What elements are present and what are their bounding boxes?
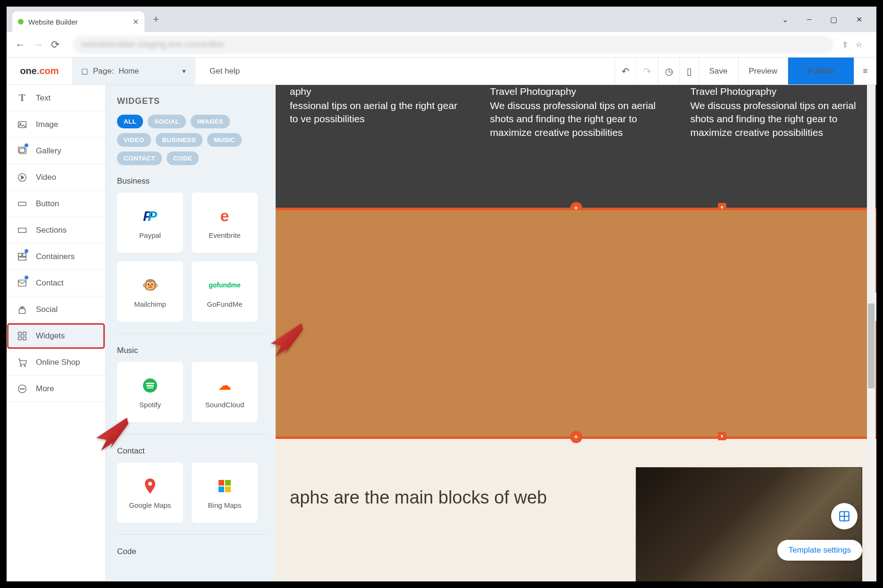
paypal-icon: PP	[143, 207, 157, 226]
rail-item-video[interactable]: Video	[7, 164, 105, 191]
rail-item-online-shop[interactable]: Online Shop	[7, 349, 105, 376]
page-selector[interactable]: ▢ Page: Home ▼	[73, 58, 195, 84]
widget-card-paypal[interactable]: PPPaypal	[117, 193, 183, 253]
rail-item-social[interactable]: Social	[7, 296, 105, 323]
filter-chip-contact[interactable]: CONTACT	[117, 151, 162, 165]
rail-label: Text	[36, 93, 50, 103]
rail-label: Image	[36, 120, 58, 129]
button-icon	[17, 199, 27, 209]
filter-chip-business[interactable]: BUSINESS	[156, 133, 202, 147]
rail-item-gallery[interactable]: Gallery	[7, 138, 105, 164]
url-text: websitebuilder-staging.one.com/editor	[81, 40, 224, 50]
card-label: Mailchimp	[134, 300, 166, 308]
hamburger-menu-icon[interactable]: ≡	[854, 58, 876, 84]
widget-card-mailchimp[interactable]: 🐵Mailchimp	[117, 261, 183, 322]
forward-arrow-icon[interactable]: →	[33, 39, 43, 51]
filter-chip-code[interactable]: CODE	[167, 151, 199, 165]
svg-rect-7	[18, 228, 26, 232]
rail-item-sections[interactable]: Sections	[7, 217, 105, 244]
reload-icon[interactable]: ⟳	[51, 39, 59, 51]
svg-rect-8	[18, 253, 22, 256]
history-icon[interactable]: ◷	[658, 58, 680, 84]
hero-image[interactable]	[636, 467, 862, 581]
filter-chip-video[interactable]: VIDEO	[117, 133, 151, 147]
app-frame: Website Builder ✕ + ⌄ – ▢ ✕ ← → ⟳ websit…	[7, 7, 876, 581]
panel-collapse-icon[interactable]: ‹	[875, 293, 876, 321]
shop-icon	[17, 357, 27, 368]
rail-item-widgets[interactable]: Widgets	[7, 323, 105, 349]
column-title: aphy	[290, 86, 462, 97]
widget-card-eventbrite[interactable]: eEventbrite	[192, 193, 258, 253]
spotify-icon	[143, 376, 157, 395]
browser-tab[interactable]: Website Builder ✕	[12, 11, 144, 32]
rail-label: Sections	[36, 226, 67, 235]
social-icon	[17, 304, 27, 315]
back-arrow-icon[interactable]: ←	[15, 39, 25, 51]
theme-fab-icon[interactable]	[831, 503, 858, 529]
dark-section: aphyfessional tips on aerial g the right…	[276, 85, 876, 208]
new-tab-button[interactable]: +	[153, 13, 159, 25]
save-button[interactable]: Save	[698, 58, 738, 84]
bookmark-star-icon[interactable]: ☆	[856, 40, 862, 49]
rail-item-contact[interactable]: Contact	[7, 270, 105, 296]
publish-button[interactable]: Publish	[788, 58, 854, 84]
share-icon[interactable]: ⇪	[842, 40, 848, 49]
card-label: Spotify	[139, 401, 161, 409]
window-chevron-icon[interactable]: ⌄	[782, 15, 788, 24]
add-section-icon[interactable]: +	[570, 431, 582, 443]
column-body: We discuss professional tips on aerial s…	[490, 99, 662, 139]
card-label: Bing Maps	[208, 501, 242, 509]
rail-item-button[interactable]: Button	[7, 191, 105, 217]
bottom-heading: aphs are the main blocks of web	[290, 467, 607, 581]
column-body: fessional tips on aerial g the right gea…	[290, 99, 462, 126]
notification-badge-icon	[25, 249, 28, 253]
content-column[interactable]: aphyfessional tips on aerial g the right…	[290, 85, 462, 208]
filter-chip-social[interactable]: SOCIAL	[148, 115, 186, 128]
svg-rect-6	[18, 202, 26, 205]
gmaps-icon	[144, 477, 156, 496]
rail-item-text[interactable]: TText	[7, 85, 105, 111]
svg-point-17	[24, 365, 25, 366]
tab-title: Website Builder	[28, 18, 78, 26]
svg-rect-12	[18, 332, 21, 335]
image-icon	[17, 119, 27, 130]
undo-icon[interactable]: ↶	[614, 58, 636, 84]
widget-card-google-maps[interactable]: Google Maps	[117, 462, 183, 523]
svg-marker-23	[271, 323, 303, 356]
window-minimize-icon[interactable]: –	[807, 15, 811, 24]
rail-item-more[interactable]: More	[7, 376, 105, 402]
window-maximize-icon[interactable]: ▢	[830, 15, 837, 24]
filter-chip-music[interactable]: MUSIC	[207, 133, 242, 147]
column-title: Travel Photography	[490, 86, 662, 97]
window-close-icon[interactable]: ✕	[856, 15, 862, 24]
rail-label: Social	[36, 305, 58, 314]
content-column[interactable]: Travel PhotographyWe discuss professiona…	[490, 85, 662, 208]
card-label: Google Maps	[129, 501, 171, 509]
url-input[interactable]: websitebuilder-staging.one.com/editor	[73, 36, 833, 54]
brand-logo[interactable]: one.com	[7, 58, 73, 84]
section-flag-icon[interactable]: ▾	[718, 432, 726, 440]
preview-button[interactable]: Preview	[738, 58, 788, 84]
content-column[interactable]: Travel PhotographyWe discuss professiona…	[690, 85, 862, 208]
scrollbar-thumb[interactable]	[868, 303, 875, 388]
template-settings-button[interactable]: Template settings	[777, 540, 862, 561]
rail-item-image[interactable]: Image	[7, 111, 105, 138]
widget-card-gofundme[interactable]: gofundmeGoFundMe	[192, 261, 258, 322]
section-title: Contact	[117, 446, 267, 456]
vertical-scrollbar[interactable]	[867, 85, 875, 581]
filter-chip-all[interactable]: ALL	[117, 115, 143, 128]
url-actions: ⇪ ☆	[842, 40, 868, 49]
page-canvas[interactable]: aphyfessional tips on aerial g the right…	[276, 85, 876, 581]
orange-section[interactable]	[276, 210, 876, 437]
redo-icon[interactable]: ↷	[636, 58, 658, 84]
rail-item-containers[interactable]: Containers	[7, 244, 105, 270]
widget-card-spotify[interactable]: Spotify	[117, 362, 183, 422]
help-link[interactable]: Get help	[195, 58, 614, 84]
widget-card-soundcloud[interactable]: ☁SoundCloud	[192, 362, 258, 422]
tab-close-icon[interactable]: ✕	[133, 17, 139, 26]
device-preview-icon[interactable]: ▯	[680, 58, 698, 84]
element-rail: TTextImageGalleryVideoButtonSectionsCont…	[7, 85, 106, 581]
widget-card-bing-maps[interactable]: Bing Maps	[192, 462, 258, 523]
browser-titlebar: Website Builder ✕ + ⌄ – ▢ ✕	[7, 7, 876, 32]
filter-chip-images[interactable]: IMAGES	[191, 115, 230, 128]
